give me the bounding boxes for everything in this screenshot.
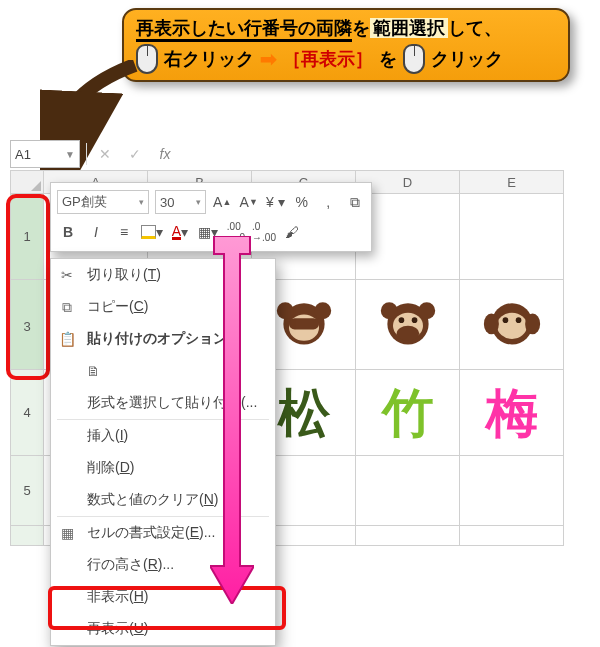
menu-label: 削除 [87,459,115,475]
bold-button[interactable]: B [57,221,79,243]
chevron-down-icon[interactable]: ▾ [139,197,144,207]
format-painter-button[interactable]: 🖌 [281,221,303,243]
menu-paste-icon[interactable]: 🗎 [51,355,275,387]
font-color-button[interactable]: A▾ [169,221,191,243]
font-size-combo[interactable]: 30▾ [155,190,206,214]
menu-format-cells[interactable]: ▦セルの書式設定(E)... [51,517,275,549]
name-box-value: A1 [15,147,31,162]
increase-font-button[interactable]: A▲ [212,191,233,213]
mnemonic: T [148,266,157,282]
callout-highlight-text: 範囲選択 [370,18,448,38]
menu-row-height[interactable]: 行の高さ(R)... [51,549,275,581]
arrow-right-icon: ➡ [260,47,277,71]
row-header-5[interactable]: 5 [10,456,44,526]
formula-bar: A1 ▼ ✕ ✓ fx [10,140,177,168]
enter-formula-button[interactable]: ✓ [123,143,147,165]
menu-unhide[interactable]: 再表示(U) [51,613,275,645]
blank-icon [55,554,79,576]
callout-text: を [352,18,370,38]
row-header-1[interactable]: 1 [10,194,44,280]
menu-label: 行の高さ [87,556,143,572]
cell[interactable] [460,194,564,280]
font-name-value: GP創英 [62,193,107,211]
blank-icon [55,586,79,608]
svg-point-11 [396,326,419,341]
mini-toolbar: GP創英▾ 30▾ A▲ A▼ ¥ ▾ % , ⧉ B I ≡ ▾ A▾ ▦▾ … [50,182,372,252]
menu-paste-options: 📋貼り付けのオプション: [51,323,275,355]
increase-decimal-button[interactable]: .00→.0 [225,221,247,243]
cancel-formula-button[interactable]: ✕ [93,143,117,165]
ellipsis: ... [204,524,216,540]
mnemonic: R [148,556,158,572]
saihyoji-label: ［再表示］ [283,47,373,71]
accounting-format-button[interactable]: ¥ ▾ [265,191,286,213]
row-header-blank[interactable] [10,526,44,546]
mnemonic: H [134,588,144,604]
callout-line-1: 再表示したい行番号の両隣を範囲選択して、 [136,16,556,40]
mnemonic: I [120,427,124,443]
cell[interactable] [460,456,564,526]
mouse-icon [403,44,425,74]
decrease-font-button[interactable]: A▼ [239,191,260,213]
borders-button[interactable]: ▦▾ [197,221,219,243]
svg-point-1 [276,302,293,319]
cell[interactable] [356,284,460,370]
menu-label: 非表示 [87,588,129,604]
callout-underline-text: 再表示したい行番号の両隣 [136,18,352,42]
menu-label: 切り取り [87,266,143,282]
svg-rect-4 [289,318,319,329]
svg-point-17 [525,314,540,335]
decrease-decimal-button[interactable]: .0→.00 [253,221,275,243]
clipboard-icon: 📋 [55,328,79,350]
svg-point-16 [483,314,498,335]
menu-label: 挿入 [87,427,115,443]
menu-clear[interactable]: 数式と値のクリア(N) [51,484,275,516]
svg-point-14 [502,317,508,323]
svg-point-10 [411,317,417,323]
fill-color-button[interactable]: ▾ [141,221,163,243]
chevron-down-icon[interactable]: ▼ [65,149,75,160]
font-size-value: 30 [160,195,174,210]
blank-icon [55,425,79,447]
svg-point-15 [515,317,521,323]
callout-text: して、 [448,18,502,38]
menu-label: セルの書式設定 [87,524,185,540]
menu-paste-special[interactable]: 形式を選択して貼り付け(... [51,387,275,419]
speak-no-evil-monkey-icon [378,292,438,352]
cell[interactable] [460,526,564,546]
italic-button[interactable]: I [85,221,107,243]
cell[interactable] [356,456,460,526]
paste-icon: 🗎 [81,360,105,382]
mnemonic: N [204,491,214,507]
copy-icon: ⧉ [55,296,79,318]
ellipsis: ... [162,556,174,572]
cell[interactable] [356,526,460,546]
menu-label: コピー [87,298,129,314]
fx-button[interactable]: fx [153,143,177,165]
name-box[interactable]: A1 ▼ [10,140,80,168]
svg-point-7 [418,302,435,319]
font-name-combo[interactable]: GP創英▾ [57,190,149,214]
row-header-3[interactable]: 3 [10,284,44,370]
menu-cut[interactable]: ✂切り取り(T) [51,259,275,291]
row-header-4[interactable]: 4 [10,370,44,456]
chevron-down-icon[interactable]: ▾ [196,197,201,207]
svg-point-13 [497,313,527,339]
callout-line-2: 右クリック ➡ ［再表示］ を クリック [136,44,556,74]
menu-hide[interactable]: 非表示(H) [51,581,275,613]
merge-cells-button[interactable]: ⧉ [345,191,366,213]
percent-format-button[interactable]: % [292,191,313,213]
select-all-corner[interactable] [10,170,44,194]
menu-insert[interactable]: 挿入(I) [51,420,275,452]
blank-icon [55,392,79,414]
cell[interactable]: 梅 [460,370,564,456]
comma-format-button[interactable]: , [318,191,339,213]
align-button[interactable]: ≡ [113,221,135,243]
column-header-e[interactable]: E [460,170,564,194]
menu-delete[interactable]: 削除(D) [51,452,275,484]
cell[interactable] [460,284,564,370]
cell[interactable]: 竹 [356,370,460,456]
menu-copy[interactable]: ⧉コピー(C) [51,291,275,323]
instruction-callout: 再表示したい行番号の両隣を範囲選択して、 右クリック ➡ ［再表示］ を クリッ… [122,8,570,82]
ellipsis: ... [246,394,258,410]
